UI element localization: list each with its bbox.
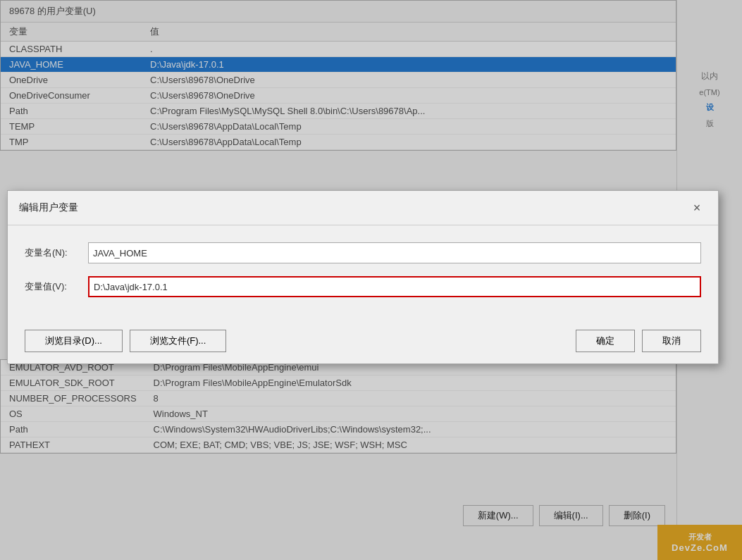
dialog-overlay: 编辑用户变量 × 变量名(N): 变量值(V): 浏览目录(D)... 浏览文件… (0, 0, 742, 560)
var-value-input[interactable] (88, 276, 701, 297)
dialog-titlebar: 编辑用户变量 × (8, 191, 718, 225)
edit-user-var-dialog: 编辑用户变量 × 变量名(N): 变量值(V): 浏览目录(D)... 浏览文件… (7, 190, 719, 364)
browse-dir-button[interactable]: 浏览目录(D)... (25, 330, 123, 352)
dialog-buttons: 浏览目录(D)... 浏览文件(F)... 确定 取消 (8, 321, 718, 363)
dialog-close-button[interactable]: × (687, 198, 707, 218)
var-value-label: 变量值(V): (25, 280, 88, 293)
dialog-title: 编辑用户变量 (19, 201, 78, 214)
ok-button[interactable]: 确定 (576, 330, 635, 352)
var-name-row: 变量名(N): (25, 242, 701, 263)
var-name-label: 变量名(N): (25, 247, 88, 259)
dialog-body: 变量名(N): 变量值(V): (8, 225, 718, 321)
cancel-button[interactable]: 取消 (642, 330, 701, 352)
browse-file-button[interactable]: 浏览文件(F)... (130, 330, 226, 352)
var-value-row: 变量值(V): (25, 276, 701, 297)
var-name-input[interactable] (88, 242, 701, 263)
dialog-confirm-buttons: 确定 取消 (576, 330, 701, 352)
